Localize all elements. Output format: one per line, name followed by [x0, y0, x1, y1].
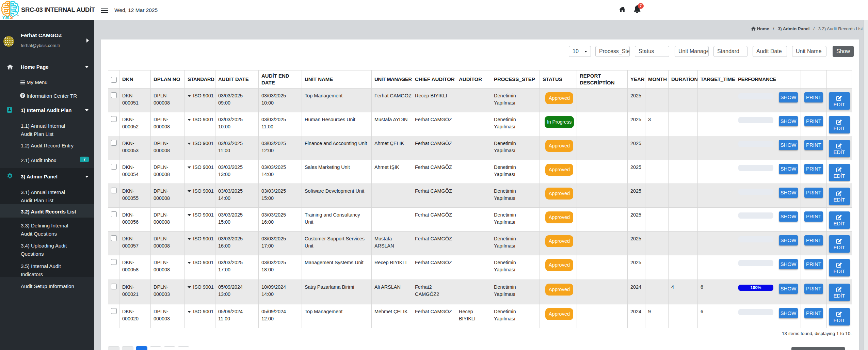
svg-text:?: ? [21, 93, 24, 97]
svg-text:YB: YB [2, 14, 9, 19]
svg-text:S: S [10, 14, 13, 19]
